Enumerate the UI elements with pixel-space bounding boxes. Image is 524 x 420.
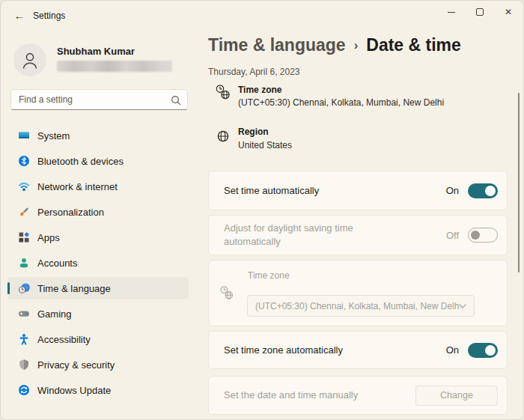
selected-indicator [7, 282, 10, 294]
set-time-zone-automatically-toggle[interactable] [468, 343, 498, 358]
sidebar-item-label: Accounts [37, 258, 77, 269]
sidebar-item-accounts[interactable]: Accounts [7, 252, 189, 274]
card-daylight-saving: Adjust for daylight saving time automati… [208, 215, 508, 255]
sidebar-item-label: Gaming [37, 308, 72, 320]
apps-grid-icon [18, 231, 30, 243]
timezone-info-label: Time zone [238, 85, 281, 95]
timezone-clock-globe-icon [219, 285, 234, 303]
sidebar-item-label: Bluetooth & devices [37, 156, 124, 167]
setting-label: Set the date and time manually [224, 389, 415, 402]
card-set-time-automatically: Set time automatically On [208, 171, 508, 210]
sidebar-item-label: System [37, 130, 70, 141]
daylight-saving-toggle[interactable] [468, 228, 498, 243]
person-icon [20, 50, 40, 70]
toggle-state-label: Off [446, 230, 459, 241]
minimize-icon [448, 12, 455, 13]
scrollbar-thumb[interactable] [518, 93, 520, 273]
breadcrumb-parent[interactable]: Time & language [208, 35, 346, 55]
region-info-label: Region [238, 127, 269, 137]
change-button[interactable]: Change [415, 386, 498, 406]
current-date: Thursday, April 6, 2023 [208, 67, 300, 77]
setting-label: Time zone [248, 270, 290, 281]
sidebar-item-apps[interactable]: Apps [7, 226, 189, 249]
search-icon[interactable] [171, 95, 181, 109]
close-icon: ✕ [505, 7, 512, 17]
avatar [13, 43, 46, 76]
page-title: Date & time [366, 35, 461, 55]
time-language-icon [18, 282, 30, 294]
toggle-state-label: On [446, 344, 459, 356]
paintbrush-icon [18, 206, 30, 218]
chevron-down-icon [459, 304, 466, 308]
sidebar-item-label: Accessibility [37, 334, 91, 345]
toggle-knob [485, 186, 496, 196]
sidebar-item-privacy-security[interactable]: Privacy & security [7, 353, 189, 376]
dropdown-selected-value: (UTC+05:30) Chennai, Kolkata, Mumbai, Ne… [255, 301, 459, 311]
back-button[interactable]: ← [11, 7, 28, 23]
sidebar-item-label: Privacy & security [37, 359, 115, 371]
accessibility-person-icon [18, 333, 30, 345]
sidebar-item-label: Apps [37, 232, 60, 243]
sidebar-item-label: Personalization [37, 207, 104, 218]
setting-label: Adjust for daylight saving time automati… [224, 222, 392, 248]
shield-icon [18, 359, 30, 371]
sidebar-item-label: Time & language [37, 283, 111, 294]
sidebar-item-network-internet[interactable]: Network & internet [7, 175, 189, 198]
minimize-button[interactable] [436, 0, 467, 24]
profile-name: Shubham Kumar [57, 46, 135, 57]
time-zone-dropdown[interactable]: (UTC+05:30) Chennai, Kolkata, Mumbai, Ne… [247, 295, 475, 317]
toggle-knob [471, 231, 480, 240]
timezone-info-value: (UTC+05:30) Chennai, Kolkata, Mumbai, Ne… [238, 97, 444, 108]
profile-email-redacted [57, 61, 172, 72]
sidebar-item-label: Network & internet [37, 181, 118, 192]
sidebar-item-bluetooth-devices[interactable]: Bluetooth & devices [7, 150, 189, 172]
maximize-button[interactable] [464, 0, 496, 24]
gamepad-icon [18, 308, 30, 320]
card-set-time-zone-automatically: Set time zone automatically On [208, 331, 508, 369]
wifi-icon [18, 180, 30, 192]
sidebar-item-label: Windows Update [37, 385, 111, 396]
sidebar-item-windows-update[interactable]: Windows Update [7, 379, 189, 401]
toggle-knob [485, 345, 496, 356]
update-refresh-icon [18, 384, 30, 396]
set-time-automatically-toggle[interactable] [468, 183, 498, 198]
sidebar-item-gaming[interactable]: Gaming [7, 302, 189, 325]
search-box [10, 89, 188, 110]
accounts-person-icon [18, 257, 30, 269]
sidebar-item-personalization[interactable]: Personalization [7, 201, 189, 223]
sidebar-item-accessibility[interactable]: Accessibility [7, 328, 189, 350]
sidebar-item-system[interactable]: System [7, 124, 189, 147]
settings-window: ← Settings ✕ Shubham Kumar System Blueto… [0, 0, 524, 420]
sidebar-nav: System Bluetooth & devices Network & int… [0, 124, 196, 401]
card-set-date-time-manually: Set the date and time manually Change [208, 376, 508, 415]
bluetooth-icon [18, 155, 30, 167]
setting-label: Set time automatically [224, 184, 446, 198]
timezone-clock-globe-icon [215, 84, 231, 103]
window-title: Settings [33, 10, 65, 21]
close-button[interactable]: ✕ [493, 0, 524, 24]
card-time-zone: Time zone (UTC+05:30) Chennai, Kolkata, … [208, 260, 508, 326]
region-globe-icon [216, 129, 231, 147]
breadcrumb-separator-icon: › [346, 38, 367, 53]
breadcrumb: Time & language › Date & time [208, 35, 461, 55]
search-input[interactable] [11, 90, 168, 109]
setting-label: Set time zone automatically [224, 344, 446, 357]
region-info-value: United States [238, 140, 292, 150]
maximize-icon [476, 8, 484, 16]
sidebar-item-time-language[interactable]: Time & language [7, 277, 189, 299]
system-icon [18, 130, 30, 141]
toggle-state-label: On [446, 185, 459, 196]
